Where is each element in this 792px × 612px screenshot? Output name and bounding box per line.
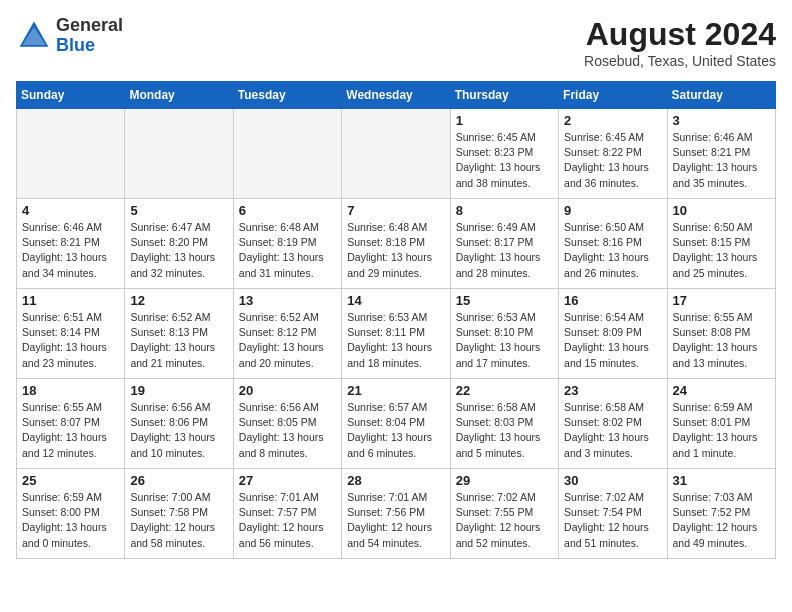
day-number: 14 bbox=[347, 293, 444, 308]
calendar-cell bbox=[125, 109, 233, 199]
day-number: 7 bbox=[347, 203, 444, 218]
calendar-cell: 21Sunrise: 6:57 AM Sunset: 8:04 PM Dayli… bbox=[342, 379, 450, 469]
day-number: 30 bbox=[564, 473, 661, 488]
calendar-cell: 3Sunrise: 6:46 AM Sunset: 8:21 PM Daylig… bbox=[667, 109, 775, 199]
weekday-header-tuesday: Tuesday bbox=[233, 82, 341, 109]
calendar-cell: 24Sunrise: 6:59 AM Sunset: 8:01 PM Dayli… bbox=[667, 379, 775, 469]
day-info: Sunrise: 6:45 AM Sunset: 8:23 PM Dayligh… bbox=[456, 130, 553, 191]
weekday-header-saturday: Saturday bbox=[667, 82, 775, 109]
week-row-4: 18Sunrise: 6:55 AM Sunset: 8:07 PM Dayli… bbox=[17, 379, 776, 469]
day-info: Sunrise: 7:01 AM Sunset: 7:57 PM Dayligh… bbox=[239, 490, 336, 551]
day-number: 11 bbox=[22, 293, 119, 308]
day-info: Sunrise: 6:54 AM Sunset: 8:09 PM Dayligh… bbox=[564, 310, 661, 371]
calendar-cell: 9Sunrise: 6:50 AM Sunset: 8:16 PM Daylig… bbox=[559, 199, 667, 289]
calendar-cell: 1Sunrise: 6:45 AM Sunset: 8:23 PM Daylig… bbox=[450, 109, 558, 199]
day-number: 12 bbox=[130, 293, 227, 308]
weekday-header-monday: Monday bbox=[125, 82, 233, 109]
page-header: General Blue August 2024 Rosebud, Texas,… bbox=[16, 16, 776, 69]
weekday-header-sunday: Sunday bbox=[17, 82, 125, 109]
calendar-cell: 4Sunrise: 6:46 AM Sunset: 8:21 PM Daylig… bbox=[17, 199, 125, 289]
calendar-cell: 28Sunrise: 7:01 AM Sunset: 7:56 PM Dayli… bbox=[342, 469, 450, 559]
day-number: 2 bbox=[564, 113, 661, 128]
calendar-cell: 17Sunrise: 6:55 AM Sunset: 8:08 PM Dayli… bbox=[667, 289, 775, 379]
day-info: Sunrise: 6:55 AM Sunset: 8:07 PM Dayligh… bbox=[22, 400, 119, 461]
calendar-cell: 8Sunrise: 6:49 AM Sunset: 8:17 PM Daylig… bbox=[450, 199, 558, 289]
calendar-cell: 22Sunrise: 6:58 AM Sunset: 8:03 PM Dayli… bbox=[450, 379, 558, 469]
day-info: Sunrise: 6:55 AM Sunset: 8:08 PM Dayligh… bbox=[673, 310, 770, 371]
calendar-cell: 16Sunrise: 6:54 AM Sunset: 8:09 PM Dayli… bbox=[559, 289, 667, 379]
calendar-cell: 18Sunrise: 6:55 AM Sunset: 8:07 PM Dayli… bbox=[17, 379, 125, 469]
title-area: August 2024 Rosebud, Texas, United State… bbox=[584, 16, 776, 69]
calendar-cell: 25Sunrise: 6:59 AM Sunset: 8:00 PM Dayli… bbox=[17, 469, 125, 559]
weekday-header-row: SundayMondayTuesdayWednesdayThursdayFrid… bbox=[17, 82, 776, 109]
calendar-cell: 23Sunrise: 6:58 AM Sunset: 8:02 PM Dayli… bbox=[559, 379, 667, 469]
calendar-cell: 26Sunrise: 7:00 AM Sunset: 7:58 PM Dayli… bbox=[125, 469, 233, 559]
calendar-cell: 5Sunrise: 6:47 AM Sunset: 8:20 PM Daylig… bbox=[125, 199, 233, 289]
calendar-cell: 20Sunrise: 6:56 AM Sunset: 8:05 PM Dayli… bbox=[233, 379, 341, 469]
day-number: 9 bbox=[564, 203, 661, 218]
day-number: 18 bbox=[22, 383, 119, 398]
day-info: Sunrise: 7:01 AM Sunset: 7:56 PM Dayligh… bbox=[347, 490, 444, 551]
day-number: 10 bbox=[673, 203, 770, 218]
weekday-header-friday: Friday bbox=[559, 82, 667, 109]
day-info: Sunrise: 6:52 AM Sunset: 8:13 PM Dayligh… bbox=[130, 310, 227, 371]
calendar-cell: 27Sunrise: 7:01 AM Sunset: 7:57 PM Dayli… bbox=[233, 469, 341, 559]
calendar-cell: 13Sunrise: 6:52 AM Sunset: 8:12 PM Dayli… bbox=[233, 289, 341, 379]
week-row-5: 25Sunrise: 6:59 AM Sunset: 8:00 PM Dayli… bbox=[17, 469, 776, 559]
day-number: 16 bbox=[564, 293, 661, 308]
day-info: Sunrise: 6:46 AM Sunset: 8:21 PM Dayligh… bbox=[673, 130, 770, 191]
day-info: Sunrise: 6:56 AM Sunset: 8:05 PM Dayligh… bbox=[239, 400, 336, 461]
weekday-header-wednesday: Wednesday bbox=[342, 82, 450, 109]
day-number: 22 bbox=[456, 383, 553, 398]
day-number: 4 bbox=[22, 203, 119, 218]
calendar-cell bbox=[342, 109, 450, 199]
day-number: 13 bbox=[239, 293, 336, 308]
day-number: 25 bbox=[22, 473, 119, 488]
day-info: Sunrise: 6:57 AM Sunset: 8:04 PM Dayligh… bbox=[347, 400, 444, 461]
day-info: Sunrise: 6:48 AM Sunset: 8:18 PM Dayligh… bbox=[347, 220, 444, 281]
day-info: Sunrise: 7:02 AM Sunset: 7:54 PM Dayligh… bbox=[564, 490, 661, 551]
day-number: 15 bbox=[456, 293, 553, 308]
day-number: 8 bbox=[456, 203, 553, 218]
day-info: Sunrise: 6:58 AM Sunset: 8:02 PM Dayligh… bbox=[564, 400, 661, 461]
day-number: 6 bbox=[239, 203, 336, 218]
calendar-cell: 2Sunrise: 6:45 AM Sunset: 8:22 PM Daylig… bbox=[559, 109, 667, 199]
day-number: 3 bbox=[673, 113, 770, 128]
day-number: 29 bbox=[456, 473, 553, 488]
calendar-cell: 14Sunrise: 6:53 AM Sunset: 8:11 PM Dayli… bbox=[342, 289, 450, 379]
day-info: Sunrise: 6:56 AM Sunset: 8:06 PM Dayligh… bbox=[130, 400, 227, 461]
logo-general: General bbox=[56, 15, 123, 35]
day-number: 21 bbox=[347, 383, 444, 398]
calendar-cell: 15Sunrise: 6:53 AM Sunset: 8:10 PM Dayli… bbox=[450, 289, 558, 379]
day-number: 19 bbox=[130, 383, 227, 398]
day-number: 23 bbox=[564, 383, 661, 398]
week-row-1: 1Sunrise: 6:45 AM Sunset: 8:23 PM Daylig… bbox=[17, 109, 776, 199]
day-info: Sunrise: 7:00 AM Sunset: 7:58 PM Dayligh… bbox=[130, 490, 227, 551]
calendar-cell: 10Sunrise: 6:50 AM Sunset: 8:15 PM Dayli… bbox=[667, 199, 775, 289]
day-number: 20 bbox=[239, 383, 336, 398]
day-info: Sunrise: 6:47 AM Sunset: 8:20 PM Dayligh… bbox=[130, 220, 227, 281]
day-info: Sunrise: 6:50 AM Sunset: 8:15 PM Dayligh… bbox=[673, 220, 770, 281]
day-info: Sunrise: 7:03 AM Sunset: 7:52 PM Dayligh… bbox=[673, 490, 770, 551]
calendar-cell: 11Sunrise: 6:51 AM Sunset: 8:14 PM Dayli… bbox=[17, 289, 125, 379]
logo-text: General Blue bbox=[56, 16, 123, 56]
logo: General Blue bbox=[16, 16, 123, 56]
day-info: Sunrise: 7:02 AM Sunset: 7:55 PM Dayligh… bbox=[456, 490, 553, 551]
day-info: Sunrise: 6:59 AM Sunset: 8:00 PM Dayligh… bbox=[22, 490, 119, 551]
day-info: Sunrise: 6:52 AM Sunset: 8:12 PM Dayligh… bbox=[239, 310, 336, 371]
day-info: Sunrise: 6:50 AM Sunset: 8:16 PM Dayligh… bbox=[564, 220, 661, 281]
calendar-cell: 31Sunrise: 7:03 AM Sunset: 7:52 PM Dayli… bbox=[667, 469, 775, 559]
week-row-3: 11Sunrise: 6:51 AM Sunset: 8:14 PM Dayli… bbox=[17, 289, 776, 379]
day-number: 27 bbox=[239, 473, 336, 488]
calendar-cell: 30Sunrise: 7:02 AM Sunset: 7:54 PM Dayli… bbox=[559, 469, 667, 559]
day-info: Sunrise: 6:46 AM Sunset: 8:21 PM Dayligh… bbox=[22, 220, 119, 281]
calendar-cell: 6Sunrise: 6:48 AM Sunset: 8:19 PM Daylig… bbox=[233, 199, 341, 289]
day-info: Sunrise: 6:53 AM Sunset: 8:10 PM Dayligh… bbox=[456, 310, 553, 371]
calendar-cell bbox=[17, 109, 125, 199]
day-info: Sunrise: 6:51 AM Sunset: 8:14 PM Dayligh… bbox=[22, 310, 119, 371]
calendar-cell: 29Sunrise: 7:02 AM Sunset: 7:55 PM Dayli… bbox=[450, 469, 558, 559]
calendar: SundayMondayTuesdayWednesdayThursdayFrid… bbox=[16, 81, 776, 559]
day-info: Sunrise: 6:53 AM Sunset: 8:11 PM Dayligh… bbox=[347, 310, 444, 371]
week-row-2: 4Sunrise: 6:46 AM Sunset: 8:21 PM Daylig… bbox=[17, 199, 776, 289]
calendar-cell: 7Sunrise: 6:48 AM Sunset: 8:18 PM Daylig… bbox=[342, 199, 450, 289]
